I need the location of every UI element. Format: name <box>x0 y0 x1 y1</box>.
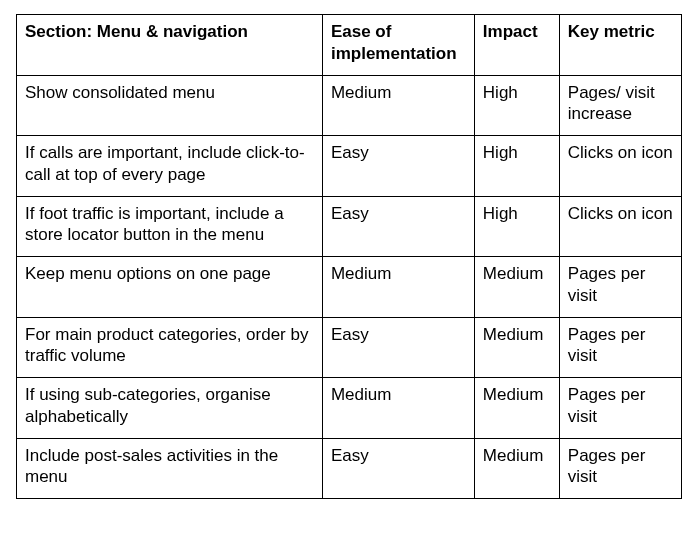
table-row: If foot traffic is important, include a … <box>17 196 682 257</box>
cell-section: Include post-sales activities in the men… <box>17 438 323 499</box>
table-body: Show consolidated menuMediumHighPages/ v… <box>17 75 682 499</box>
cell-metric: Clicks on icon <box>559 136 681 197</box>
cell-impact: Medium <box>474 257 559 318</box>
cell-section: Show consolidated menu <box>17 75 323 136</box>
cell-ease: Medium <box>322 378 474 439</box>
cell-impact: Medium <box>474 317 559 378</box>
cell-section: If foot traffic is important, include a … <box>17 196 323 257</box>
cell-impact: High <box>474 75 559 136</box>
menu-nav-table: Section: Menu & navigation Ease of imple… <box>16 14 682 499</box>
cell-impact: High <box>474 136 559 197</box>
header-ease: Ease of implementation <box>322 15 474 76</box>
cell-ease: Easy <box>322 136 474 197</box>
cell-impact: Medium <box>474 438 559 499</box>
cell-ease: Easy <box>322 196 474 257</box>
cell-metric: Pages per visit <box>559 317 681 378</box>
cell-metric: Clicks on icon <box>559 196 681 257</box>
cell-section: For main product categories, order by tr… <box>17 317 323 378</box>
table-row: Keep menu options on one pageMediumMediu… <box>17 257 682 318</box>
cell-ease: Easy <box>322 438 474 499</box>
cell-metric: Pages/ visit increase <box>559 75 681 136</box>
cell-section: Keep menu options on one page <box>17 257 323 318</box>
table-row: If calls are important, include click-to… <box>17 136 682 197</box>
cell-section: If calls are important, include click-to… <box>17 136 323 197</box>
table-row: For main product categories, order by tr… <box>17 317 682 378</box>
cell-metric: Pages per visit <box>559 378 681 439</box>
header-metric: Key metric <box>559 15 681 76</box>
cell-impact: Medium <box>474 378 559 439</box>
header-section: Section: Menu & navigation <box>17 15 323 76</box>
cell-section: If using sub-categories, organise alphab… <box>17 378 323 439</box>
cell-ease: Easy <box>322 317 474 378</box>
table-header-row: Section: Menu & navigation Ease of imple… <box>17 15 682 76</box>
table-row: Show consolidated menuMediumHighPages/ v… <box>17 75 682 136</box>
cell-metric: Pages per visit <box>559 257 681 318</box>
cell-impact: High <box>474 196 559 257</box>
table-row: If using sub-categories, organise alphab… <box>17 378 682 439</box>
header-impact: Impact <box>474 15 559 76</box>
table-row: Include post-sales activities in the men… <box>17 438 682 499</box>
cell-ease: Medium <box>322 257 474 318</box>
cell-ease: Medium <box>322 75 474 136</box>
cell-metric: Pages per visit <box>559 438 681 499</box>
